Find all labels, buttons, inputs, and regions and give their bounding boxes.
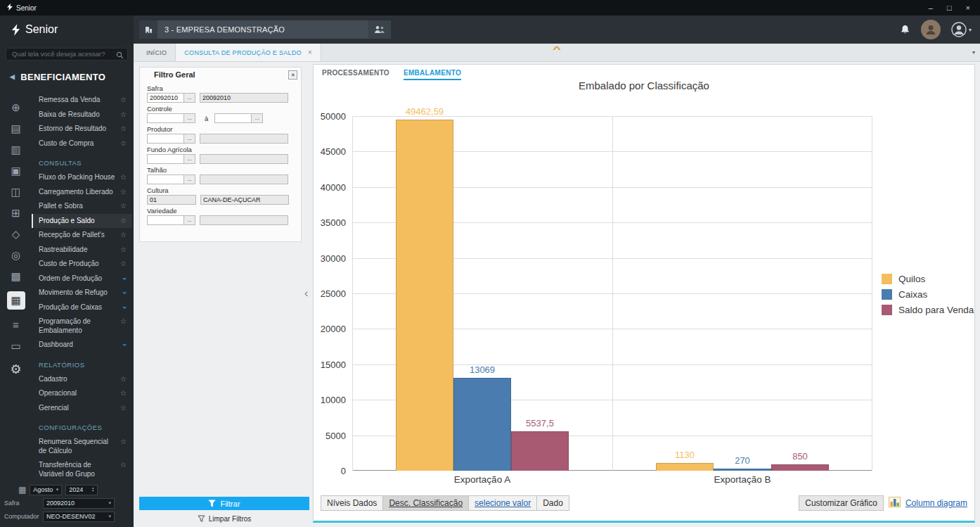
sidebar-item-cadastro[interactable]: Cadastro☆	[32, 372, 132, 387]
tab-inicio[interactable]: INÍCIO	[138, 44, 175, 61]
notifications-bell-icon[interactable]	[900, 24, 910, 35]
bar-caixas-exportacao-b[interactable]	[714, 469, 771, 471]
orders-icon[interactable]: ≡	[8, 319, 25, 331]
collapse-left-panel-icon[interactable]: ‹	[304, 287, 308, 300]
star-icon[interactable]: ☆	[120, 188, 127, 196]
tab-overflow-icon[interactable]: ▾	[972, 49, 975, 56]
minimize-button[interactable]: –	[929, 4, 933, 12]
lookup-button[interactable]: ...	[184, 134, 195, 144]
safra-select[interactable]: 20092010 ▾	[43, 498, 115, 509]
star-icon[interactable]: ☆	[120, 246, 127, 254]
tab-close-icon[interactable]: ×	[308, 49, 312, 56]
sidebar-item-remessa-da-venda[interactable]: Remessa da Venda☆	[32, 93, 132, 108]
tab-consulta-de-producao-e-saldo[interactable]: CONSULTA DE PRODUÇÃO E SALDO×	[175, 44, 321, 61]
bar-quilos-exportacao-b[interactable]	[656, 463, 714, 471]
reports-icon[interactable]: ▭	[8, 340, 25, 352]
back-icon[interactable]: ◀	[10, 73, 15, 80]
chip-dado[interactable]: Dado	[536, 495, 569, 511]
star-icon[interactable]: ☆	[120, 260, 127, 268]
sidebar-item-operacional[interactable]: Operacional☆	[32, 386, 132, 401]
collapse-header-icon[interactable]: ^	[553, 45, 561, 53]
search-input[interactable]	[6, 48, 128, 61]
star-icon[interactable]: ☆	[120, 96, 127, 104]
lookup-button[interactable]: ...	[184, 113, 195, 123]
limpar-filtros-button[interactable]: Limpar Filtros	[139, 515, 309, 523]
company-users-icon[interactable]	[368, 20, 391, 39]
sidebar-item-fluxo-do-packing-house[interactable]: Fluxo do Packing House☆	[32, 170, 132, 185]
close-button[interactable]: ×	[966, 4, 970, 12]
lookup-button[interactable]: ...	[184, 93, 195, 103]
sidebar-item-baixa-de-resultado[interactable]: Baixa de Resultado☆	[32, 108, 132, 122]
computador-select[interactable]: NEO-DESENV02 ▾	[43, 512, 115, 522]
star-icon[interactable]: ☆	[120, 217, 127, 225]
customizar-grafico-button[interactable]: Customizar Gráfico	[799, 495, 884, 511]
filter-desc-fundo-agricola[interactable]	[200, 154, 288, 164]
filter-desc-variedade[interactable]	[200, 215, 288, 225]
star-icon[interactable]: ☆	[120, 461, 127, 469]
star-icon[interactable]: ☆	[120, 404, 127, 412]
filter-input-cultura[interactable]	[147, 195, 196, 205]
legend-item[interactable]: Saldo para Venda	[882, 305, 974, 315]
filter-input-produtor[interactable]	[147, 134, 184, 144]
filter-desc-cultura[interactable]	[200, 195, 289, 205]
star-icon[interactable]: ☆	[120, 173, 127, 182]
filter-desc-safra[interactable]	[200, 93, 288, 103]
company-selector[interactable]: 3 - EMPRESA DEMONSTRAÇÃO	[139, 20, 391, 39]
filter-input-controle[interactable]	[147, 113, 184, 123]
loading-icon[interactable]: ⊞	[8, 207, 25, 219]
sidebar-item-producao-e-saldo[interactable]: Produção e Saldo☆	[32, 214, 132, 229]
bar-caixas-exportacao-a[interactable]	[453, 378, 511, 471]
chevron-down-icon[interactable]: ›	[121, 291, 129, 294]
sales-icon[interactable]: ▤	[8, 122, 25, 134]
sidebar-item-programacao-de-embalamento[interactable]: Programação de Embalamento☆	[32, 315, 132, 338]
period-year-stepper[interactable]: 2024 ▲ ▼	[65, 485, 98, 495]
star-icon[interactable]: ☆	[120, 110, 127, 119]
star-icon[interactable]: ☆	[120, 139, 127, 148]
filter-input-talhao[interactable]	[147, 174, 184, 184]
star-icon[interactable]: ☆	[120, 202, 127, 210]
collapse-filter-button[interactable]: «	[288, 70, 297, 80]
sidebar-item-custo-de-compra[interactable]: Custo de Compra☆	[32, 136, 132, 151]
chevron-down-icon[interactable]: ›	[121, 343, 129, 346]
purchases-icon[interactable]: ▣	[8, 165, 25, 177]
filter-desc-talhao[interactable]	[200, 174, 288, 184]
pallet-icon[interactable]: ◇	[8, 228, 25, 240]
sidebar-item-dashboard[interactable]: Dashboard›	[32, 338, 132, 353]
user-menu[interactable]: ▾	[951, 22, 972, 37]
legend-item[interactable]: Caixas	[882, 289, 974, 300]
filter-input-controle-end[interactable]	[214, 113, 252, 123]
chevron-down-icon[interactable]: ›	[121, 277, 129, 280]
star-icon[interactable]: ☆	[120, 317, 127, 326]
sidebar-item-producao-de-caixas[interactable]: Produção de Caixas›	[32, 300, 132, 315]
bar-saldo-para-venda-exportacao-b[interactable]	[771, 464, 829, 471]
production-balance-icon[interactable]: ▦	[7, 291, 25, 310]
user-avatar[interactable]	[921, 20, 941, 39]
filter-input-variedade[interactable]	[147, 215, 184, 225]
sidebar-item-gerencial[interactable]: Gerencial☆	[32, 401, 132, 416]
chart-tab-processamento[interactable]: PROCESSAMENTO	[322, 69, 389, 80]
globe-icon[interactable]: ⊕	[8, 101, 25, 113]
sidebar-item-movimento-de-refugo[interactable]: Movimento de Refugo›	[32, 286, 132, 300]
module-header[interactable]: ◀ BENEFICIAMENTO	[0, 72, 134, 82]
sidebar-item-renumera-sequencial-de-calculo[interactable]: Renumera Sequencial de Cálculo☆	[32, 435, 132, 458]
bar-saldo-para-venda-exportacao-a[interactable]	[511, 431, 569, 471]
filter-input-fundo-agricola[interactable]	[147, 154, 184, 164]
chip-selecione-valor[interactable]: selecione valor	[468, 495, 537, 511]
column-diagram-button[interactable]: Column diagram	[905, 498, 967, 508]
star-icon[interactable]: ☆	[120, 438, 127, 446]
chevron-down-icon[interactable]: ›	[121, 306, 129, 309]
sidebar-item-pallet-e-sobra[interactable]: Pallet e Sobra☆	[32, 199, 132, 214]
sidebar-item-transferencia-de-variavel-do-grupo[interactable]: Transferência de Variável do Grupo☆	[32, 458, 132, 481]
sidebar-item-recepcao-de-pallet-s[interactable]: Recepção de Pallet's☆	[32, 228, 132, 243]
filter-input-safra[interactable]	[147, 93, 184, 103]
legend-item[interactable]: Quilos	[882, 274, 974, 284]
packing-house-icon[interactable]: ◫	[8, 186, 25, 198]
sidebar-item-ordem-de-producao[interactable]: Ordem de Produção›	[32, 272, 132, 286]
production-icon[interactable]: ◎	[8, 249, 25, 261]
chip-desc-classificacao[interactable]: Desc. Classificação	[382, 495, 469, 511]
results-icon[interactable]: ▥	[8, 144, 25, 155]
maximize-button[interactable]: □	[947, 4, 952, 12]
sidebar-item-rastreabilidade[interactable]: Rastreabilidade☆	[32, 243, 132, 258]
lookup-button[interactable]: ...	[184, 215, 195, 225]
star-icon[interactable]: ☆	[120, 231, 127, 239]
